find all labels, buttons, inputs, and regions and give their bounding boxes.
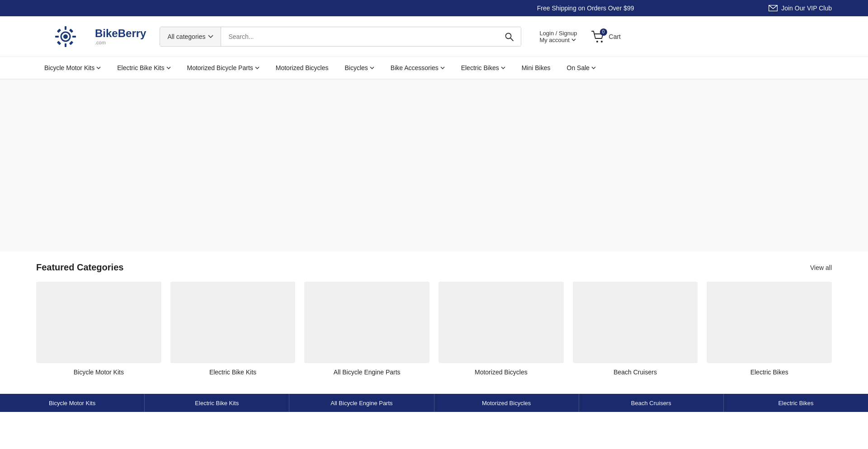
- footer-category-item[interactable]: Beach Cruisers: [579, 394, 724, 412]
- nav-item[interactable]: On Sale: [559, 57, 604, 79]
- header-right: Login / Signup My account 0 Cart: [539, 30, 621, 43]
- chevron-down-icon: [591, 66, 596, 69]
- svg-rect-3: [65, 26, 66, 30]
- category-label: Electric Bike Kits: [209, 369, 256, 376]
- category-card[interactable]: All Bicycle Engine Parts: [304, 282, 429, 376]
- main-content: Featured Categories View all Bicycle Mot…: [0, 80, 868, 394]
- view-all-link[interactable]: View all: [810, 264, 832, 271]
- nav-item[interactable]: Motorized Bicycles: [268, 57, 337, 79]
- search-button[interactable]: [497, 27, 521, 46]
- search-icon: [505, 32, 514, 41]
- category-card[interactable]: Electric Bike Kits: [170, 282, 296, 376]
- category-label: All Bicycle Engine Parts: [334, 369, 401, 376]
- chevron-down-icon: [166, 66, 171, 69]
- category-label: Electric Bikes: [750, 369, 788, 376]
- footer-category-item[interactable]: Electric Bikes: [724, 394, 868, 412]
- category-image: [573, 282, 698, 363]
- my-account-link[interactable]: My account: [539, 37, 577, 43]
- chevron-down-icon: [501, 66, 505, 69]
- gear-icon: [54, 25, 77, 48]
- svg-line-12: [510, 38, 513, 41]
- featured-title: Featured Categories: [36, 262, 123, 273]
- nav-link[interactable]: On Sale: [559, 57, 604, 79]
- cart-label: Cart: [609, 33, 621, 40]
- nav-item[interactable]: Electric Bike Kits: [109, 57, 179, 79]
- featured-section: Featured Categories View all Bicycle Mot…: [0, 251, 868, 394]
- nav-item[interactable]: Mini Bikes: [514, 57, 559, 79]
- chevron-down-icon: [255, 66, 259, 69]
- category-image: [36, 282, 161, 363]
- footer-category-item[interactable]: All Bicycle Engine Parts: [289, 394, 434, 412]
- nav-link[interactable]: Bike Accessories: [382, 57, 453, 79]
- nav-link[interactable]: Electric Bikes: [453, 57, 514, 79]
- search-bar[interactable]: All categories: [160, 27, 521, 47]
- svg-rect-8: [69, 41, 73, 45]
- svg-rect-9: [57, 41, 61, 45]
- login-link[interactable]: Login / Signup: [539, 30, 577, 37]
- top-banner: Free Shipping on Orders Over $99 Join Ou…: [0, 0, 868, 16]
- footer-category-item[interactable]: Electric Bike Kits: [145, 394, 289, 412]
- nav-item[interactable]: Motorized Bicycle Parts: [179, 57, 268, 79]
- email-icon: [769, 5, 778, 11]
- category-card[interactable]: Electric Bikes: [707, 282, 832, 376]
- nav-link[interactable]: Electric Bike Kits: [109, 57, 179, 79]
- main-nav: Bicycle Motor KitsElectric Bike KitsMoto…: [0, 57, 868, 80]
- category-label: Bicycle Motor Kits: [74, 369, 124, 376]
- vip-section[interactable]: Join Our VIP Club: [769, 5, 832, 12]
- category-card[interactable]: Motorized Bicycles: [439, 282, 564, 376]
- svg-point-13: [596, 41, 598, 43]
- chevron-down-icon: [208, 35, 213, 38]
- nav-item[interactable]: Bicycles: [336, 57, 382, 79]
- category-label: Motorized Bicycles: [475, 369, 528, 376]
- account-section[interactable]: Login / Signup My account: [539, 30, 577, 43]
- logo-text: BikeBerry: [95, 28, 146, 39]
- nav-link[interactable]: Motorized Bicycles: [268, 57, 337, 79]
- category-label: Beach Cruisers: [613, 369, 657, 376]
- chevron-down-icon: [440, 66, 445, 69]
- cart-icon: 0: [591, 30, 605, 43]
- shipping-notice: Free Shipping on Orders Over $99: [402, 5, 769, 12]
- footer-category-item[interactable]: Bicycle Motor Kits: [0, 394, 145, 412]
- vip-label[interactable]: Join Our VIP Club: [781, 5, 832, 12]
- nav-item[interactable]: Bike Accessories: [382, 57, 453, 79]
- site-header: BikeBerry .com All categories Login / Si…: [0, 16, 868, 57]
- nav-link[interactable]: Bicycles: [336, 57, 382, 79]
- category-image: [304, 282, 429, 363]
- chevron-down-icon: [370, 66, 374, 69]
- svg-rect-4: [65, 43, 66, 47]
- cart-count: 0: [600, 28, 607, 36]
- svg-rect-10: [69, 28, 73, 33]
- chevron-down-icon: [571, 38, 576, 41]
- chevron-down-icon: [96, 66, 101, 69]
- logo[interactable]: BikeBerry .com: [36, 23, 146, 50]
- category-image: [439, 282, 564, 363]
- logo-com: .com: [95, 40, 146, 45]
- footer-category-item[interactable]: Motorized Bicycles: [434, 394, 579, 412]
- hero-area: [0, 80, 868, 251]
- category-image: [170, 282, 296, 363]
- svg-rect-7: [57, 28, 61, 33]
- nav-link[interactable]: Motorized Bicycle Parts: [179, 57, 268, 79]
- nav-item[interactable]: Bicycle Motor Kits: [36, 57, 109, 79]
- category-card[interactable]: Beach Cruisers: [573, 282, 698, 376]
- category-image: [707, 282, 832, 363]
- nav-link[interactable]: Bicycle Motor Kits: [36, 57, 109, 79]
- category-dropdown[interactable]: All categories: [160, 27, 221, 46]
- nav-link[interactable]: Mini Bikes: [514, 57, 559, 79]
- svg-point-14: [601, 41, 603, 43]
- footer-categories: Bicycle Motor KitsElectric Bike KitsAll …: [0, 394, 868, 412]
- nav-item[interactable]: Electric Bikes: [453, 57, 514, 79]
- svg-point-2: [63, 34, 68, 39]
- svg-rect-5: [55, 36, 59, 38]
- category-card[interactable]: Bicycle Motor Kits: [36, 282, 161, 376]
- svg-rect-6: [72, 36, 76, 38]
- cart-button[interactable]: 0 Cart: [591, 30, 621, 43]
- search-input[interactable]: [221, 27, 497, 46]
